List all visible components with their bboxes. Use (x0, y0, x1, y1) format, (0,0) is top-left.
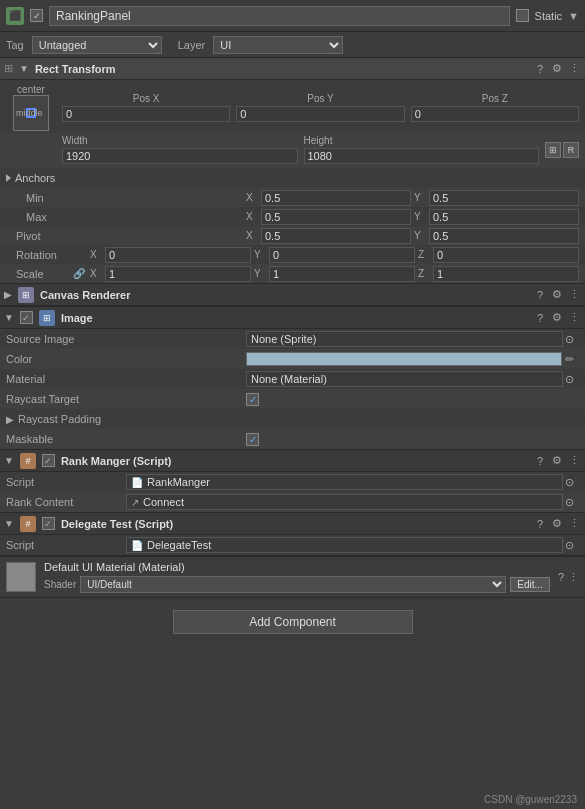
rank-script-label: Script (6, 476, 126, 488)
material-help-icon[interactable]: ? (558, 571, 564, 583)
inspector-scroll[interactable]: ⊞ ▼ Rect Transform ? ⚙ ⋮ center middle (0, 58, 585, 807)
pos-y-label: Pos Y (236, 93, 404, 104)
material-more-icon[interactable]: ⋮ (568, 571, 579, 584)
height-input[interactable] (304, 148, 540, 164)
rank-help-icon[interactable]: ? (533, 455, 547, 467)
rank-content-val: ↗ Connect (126, 494, 563, 510)
min-x-input[interactable] (261, 190, 411, 206)
scale-z-input[interactable] (433, 266, 579, 282)
constraint-btn[interactable]: ⊞ (545, 142, 561, 158)
delegate-help-icon[interactable]: ? (533, 518, 547, 530)
material-name: Default UI Material (Material) (44, 561, 550, 573)
object-name-input[interactable] (49, 6, 510, 26)
rank-more-icon[interactable]: ⋮ (567, 454, 581, 467)
rect-transform-header: ⊞ ▼ Rect Transform ? ⚙ ⋮ (0, 58, 585, 80)
rot-z-input[interactable] (433, 247, 579, 263)
top-bar: ⬛ ✓ Static ▼ (0, 0, 585, 32)
anchors-tri[interactable] (6, 174, 11, 182)
pivot-x-input[interactable] (261, 228, 411, 244)
pivot-x-label: X (246, 230, 258, 241)
min-y-input[interactable] (429, 190, 579, 206)
source-image-input[interactable] (246, 331, 563, 347)
delegate-test-header: ▼ # ✓ Delegate Test (Script) ? ⚙ ⋮ (0, 513, 585, 535)
rank-content-label: Rank Content (6, 496, 126, 508)
max-x-label: X (246, 211, 258, 222)
anchors-min-row: Min X Y (0, 188, 585, 207)
rank-content-name: Connect (143, 496, 184, 508)
scale-inputs: 🔗 X Y Z (73, 266, 579, 282)
tag-layer-row: Tag Untagged Layer UI (0, 32, 585, 58)
static-dropdown[interactable]: ▼ (568, 10, 579, 22)
tag-select[interactable]: Untagged (32, 36, 162, 54)
rect-more-icon[interactable]: ⋮ (567, 62, 581, 75)
source-image-dot[interactable]: ⊙ (565, 333, 579, 346)
material-prop-input[interactable] (246, 371, 563, 387)
static-checkbox[interactable] (516, 9, 529, 22)
maskable-checkbox[interactable]: ✓ (246, 433, 259, 446)
delegate-more-icon[interactable]: ⋮ (567, 517, 581, 530)
source-image-row: Source Image ⊙ (0, 329, 585, 349)
object-icon: ⬛ (6, 7, 24, 25)
delegate-test-title: Delegate Test (Script) (61, 518, 529, 530)
pos-z-input[interactable] (411, 106, 579, 122)
image-more-icon[interactable]: ⋮ (567, 311, 581, 324)
pivot-y-input[interactable] (429, 228, 579, 244)
scale-y-input[interactable] (269, 266, 415, 282)
rank-script-row: Script 📄 RankManger ⊙ (0, 472, 585, 492)
rank-script-dot[interactable]: ⊙ (565, 476, 579, 489)
image-tri: ▼ (4, 312, 14, 323)
image-active-checkbox[interactable]: ✓ (20, 311, 33, 324)
color-swatch[interactable] (246, 352, 562, 366)
max-x-input[interactable] (261, 209, 411, 225)
layer-select[interactable]: UI (213, 36, 343, 54)
delegate-test-active-checkbox[interactable]: ✓ (42, 517, 55, 530)
anchors-label: Anchors (15, 172, 55, 184)
active-checkbox[interactable]: ✓ (30, 9, 43, 22)
canvas-more-icon[interactable]: ⋮ (567, 288, 581, 301)
ratio-btn[interactable]: R (563, 142, 579, 158)
scale-x-input[interactable] (105, 266, 251, 282)
add-component-button[interactable]: Add Component (173, 610, 413, 634)
rank-manger-header: ▼ # ✓ Rank Manger (Script) ? ⚙ ⋮ (0, 450, 585, 472)
width-input[interactable] (62, 148, 298, 164)
canvas-renderer-icon: ⊞ (18, 287, 34, 303)
canvas-renderer-title: Canvas Renderer (40, 289, 529, 301)
color-row: Color ✏ (0, 349, 585, 369)
rank-settings-icon[interactable]: ⚙ (550, 454, 564, 467)
min-inputs: X Y (246, 190, 579, 206)
rect-help-icon[interactable]: ? (533, 63, 547, 75)
pivot-label: Pivot (6, 230, 246, 242)
image-settings-icon[interactable]: ⚙ (550, 311, 564, 324)
rot-y-input[interactable] (269, 247, 415, 263)
rank-script-file-icon: 📄 (131, 477, 143, 488)
rank-manger-props: Script 📄 RankManger ⊙ Rank Content ↗ Con… (0, 472, 585, 512)
pivot-y-label: Y (414, 230, 426, 241)
static-label: Static (535, 10, 563, 22)
rot-x-input[interactable] (105, 247, 251, 263)
pivot-inputs: X Y (246, 228, 579, 244)
canvas-settings-icon[interactable]: ⚙ (550, 288, 564, 301)
rank-manger-active-checkbox[interactable]: ✓ (42, 454, 55, 467)
pos-y-input[interactable] (236, 106, 404, 122)
rect-transform-props: center middle Pos X Pos Y Pos Z (0, 80, 585, 283)
canvas-help-icon[interactable]: ? (533, 289, 547, 301)
max-y-input[interactable] (429, 209, 579, 225)
delegate-script-dot[interactable]: ⊙ (565, 539, 579, 552)
shader-select[interactable]: UI/Default (80, 576, 506, 593)
scale-y-label: Y (254, 268, 266, 279)
rank-content-dot[interactable]: ⊙ (565, 496, 579, 509)
pos-x-input[interactable] (62, 106, 230, 122)
delegate-test-props: Script 📄 DelegateTest ⊙ (0, 535, 585, 555)
rect-settings-icon[interactable]: ⚙ (550, 62, 564, 75)
delegate-settings-icon[interactable]: ⚙ (550, 517, 564, 530)
color-eyedropper-icon[interactable]: ✏ (565, 353, 579, 366)
material-dot-icon[interactable]: ⊙ (565, 373, 579, 386)
rank-manger-title: Rank Manger (Script) (61, 455, 529, 467)
raycast-target-checkbox[interactable]: ✓ (246, 393, 259, 406)
image-help-icon[interactable]: ? (533, 312, 547, 324)
width-label: Width (62, 135, 298, 146)
scale-z-label: Z (418, 268, 430, 279)
delegate-script-label: Script (6, 539, 126, 551)
edit-material-button[interactable]: Edit... (510, 577, 550, 592)
rank-manger-tri: ▼ (4, 455, 14, 466)
